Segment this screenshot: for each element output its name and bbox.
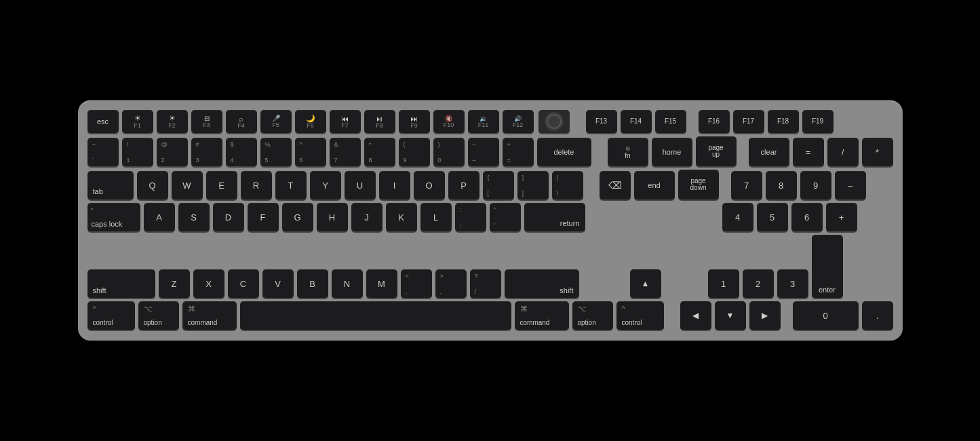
key-w[interactable]: W	[172, 171, 203, 199]
key-open-bracket[interactable]: { [	[483, 171, 514, 199]
key-u[interactable]: U	[345, 171, 376, 199]
key-h[interactable]: H	[317, 203, 348, 231]
key-q[interactable]: Q	[137, 171, 168, 199]
key-f14[interactable]: F14	[621, 110, 652, 133]
key-backtick[interactable]: ~ `	[87, 138, 119, 166]
key-f4[interactable]: ⌕ F4	[226, 110, 257, 133]
key-backspace-nav[interactable]: ⌫	[600, 171, 631, 199]
key-end[interactable]: end	[634, 171, 675, 199]
key-equals[interactable]: + =	[503, 138, 534, 166]
key-numpad-dot[interactable]: .	[862, 301, 893, 330]
key-n[interactable]: N	[332, 269, 363, 298]
key-tab[interactable]: tab	[87, 171, 134, 199]
key-p[interactable]: P	[448, 171, 479, 199]
key-numpad-7[interactable]: 7	[731, 171, 762, 199]
key-touch-id[interactable]	[538, 110, 570, 133]
key-f7[interactable]: ⏮ F7	[330, 110, 361, 133]
key-period[interactable]: > .	[435, 269, 467, 298]
key-shift-right[interactable]: shift	[505, 269, 579, 298]
key-6[interactable]: ^ 6	[295, 138, 326, 166]
key-f16[interactable]: F16	[699, 110, 730, 133]
key-caps-lock[interactable]: • caps lock	[87, 203, 140, 231]
key-spacebar[interactable]	[240, 301, 511, 330]
key-shift-left[interactable]: shift	[87, 269, 155, 298]
key-numpad-0[interactable]: 0	[793, 301, 859, 330]
key-2[interactable]: @ 2	[157, 138, 188, 166]
key-numpad-plus[interactable]: +	[826, 203, 857, 231]
key-g[interactable]: G	[282, 203, 313, 231]
key-f[interactable]: F	[248, 203, 279, 231]
key-numpad-2[interactable]: 2	[743, 269, 774, 298]
key-numpad-slash[interactable]: /	[827, 138, 859, 166]
key-x[interactable]: X	[193, 269, 224, 298]
key-z[interactable]: Z	[159, 269, 190, 298]
key-o[interactable]: O	[414, 171, 445, 199]
key-arrow-left[interactable]: ◀	[680, 301, 711, 330]
key-fn[interactable]: ⊕ fn	[608, 138, 648, 166]
key-f10[interactable]: 🔇 F10	[433, 110, 465, 133]
key-f6[interactable]: 🌙 F6	[295, 110, 326, 133]
key-numpad-9[interactable]: 9	[800, 171, 831, 199]
key-numpad-1[interactable]: 1	[708, 269, 739, 298]
key-option-right[interactable]: ⌥ option	[572, 301, 613, 330]
key-delete[interactable]: delete	[537, 138, 591, 166]
key-home[interactable]: home	[652, 138, 692, 166]
key-numpad-minus[interactable]: –	[835, 171, 866, 199]
key-f15[interactable]: F15	[655, 110, 686, 133]
key-l[interactable]: L	[420, 203, 452, 231]
key-t[interactable]: T	[275, 171, 307, 199]
key-esc[interactable]: esc	[87, 110, 119, 133]
key-semicolon[interactable]: : ;	[455, 203, 486, 231]
key-3[interactable]: # 3	[191, 138, 222, 166]
key-backslash[interactable]: | \	[552, 171, 583, 199]
key-5[interactable]: % 5	[260, 138, 292, 166]
key-f3[interactable]: ⊟ F3	[191, 110, 222, 133]
key-a[interactable]: A	[144, 203, 175, 231]
key-f1[interactable]: ☀ F1	[122, 110, 153, 133]
key-f12[interactable]: 🔊 F12	[503, 110, 534, 133]
key-j[interactable]: J	[351, 203, 383, 231]
key-control-left[interactable]: ^ control	[87, 301, 135, 330]
key-option-left[interactable]: ⌥ option	[138, 301, 179, 330]
key-numpad-6[interactable]: 6	[791, 203, 823, 231]
key-return[interactable]: return	[524, 203, 585, 231]
key-numpad-asterisk[interactable]: *	[862, 138, 893, 166]
key-control-right[interactable]: ^ control	[616, 301, 664, 330]
key-quote[interactable]: " '	[490, 203, 521, 231]
key-close-bracket[interactable]: } ]	[517, 171, 549, 199]
key-f9[interactable]: ⏭ F9	[399, 110, 430, 133]
key-1[interactable]: ! 1	[122, 138, 153, 166]
key-v[interactable]: V	[262, 269, 294, 298]
key-arrow-right[interactable]: ▶	[749, 301, 781, 330]
key-4[interactable]: $ 4	[226, 138, 257, 166]
key-8[interactable]: * 8	[364, 138, 395, 166]
key-command-left[interactable]: ⌘ command	[182, 301, 237, 330]
key-f19[interactable]: F19	[802, 110, 834, 133]
key-f18[interactable]: F18	[768, 110, 799, 133]
key-numpad-equals[interactable]: =	[793, 138, 824, 166]
key-f8[interactable]: ⏯ F8	[364, 110, 395, 133]
key-f11[interactable]: 🔉 F11	[468, 110, 499, 133]
key-7[interactable]: & 7	[330, 138, 361, 166]
key-numpad-4[interactable]: 4	[722, 203, 753, 231]
key-page-up[interactable]: page up	[696, 136, 737, 166]
key-numpad-enter[interactable]: enter	[812, 235, 843, 298]
key-d[interactable]: D	[213, 203, 244, 231]
key-arrow-down[interactable]: ▼	[715, 301, 746, 330]
key-i[interactable]: I	[379, 171, 410, 199]
key-s[interactable]: S	[178, 203, 210, 231]
key-comma[interactable]: < ,	[401, 269, 432, 298]
key-f2[interactable]: ☀ F2	[157, 110, 188, 133]
key-f17[interactable]: F17	[733, 110, 764, 133]
key-y[interactable]: Y	[310, 171, 341, 199]
key-slash[interactable]: ? /	[470, 269, 501, 298]
key-numpad-5[interactable]: 5	[757, 203, 788, 231]
key-f13[interactable]: F13	[586, 110, 617, 133]
key-e[interactable]: E	[206, 171, 237, 199]
key-9[interactable]: ( 9	[399, 138, 430, 166]
key-f5[interactable]: 🎤 F5	[260, 110, 292, 133]
key-numpad-8[interactable]: 8	[766, 171, 797, 199]
key-minus[interactable]: – –	[468, 138, 499, 166]
key-arrow-up[interactable]: ▲	[630, 269, 661, 298]
key-numpad-3[interactable]: 3	[777, 269, 808, 298]
